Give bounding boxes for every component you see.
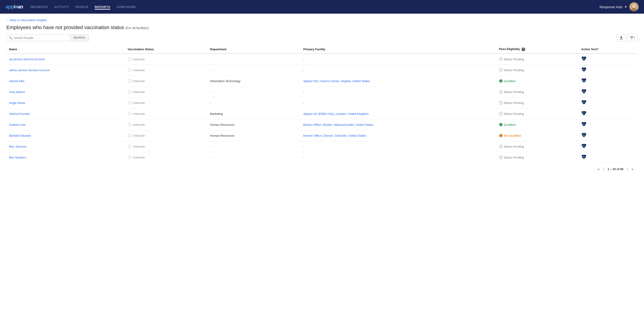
table-row: admin.service Service Account Unknown --…	[6, 65, 638, 75]
notqualified-icon: !	[499, 134, 503, 137]
navbar-left: appi■an INCIDENTS ACTIVITY PEOPLE REPORT…	[6, 4, 136, 10]
table-row: ad.service Service Account Unknown -- St…	[6, 54, 638, 65]
cell-vaccination-status: Unknown	[125, 75, 207, 86]
cell-active-test	[578, 65, 638, 75]
facility-link[interactable]: Appian HQ | Tysons Corner, Virginia, Uni…	[303, 79, 370, 83]
cell-name: Ben Sanders	[6, 152, 125, 163]
back-link[interactable]: ← Back to Vaccination Insights	[6, 18, 47, 22]
shield-icon	[128, 123, 131, 126]
cell-name: Aubree Cole	[6, 119, 125, 130]
cell-primary-facility: -	[300, 65, 496, 75]
name-link[interactable]: Beckett Eduardo	[9, 134, 31, 137]
shield-icon	[128, 134, 131, 137]
svg-text:!: !	[500, 134, 501, 137]
active-test-heart-icon	[581, 112, 587, 117]
shield-icon	[128, 156, 131, 159]
hub-name[interactable]: Response Hub	[600, 5, 622, 9]
cell-name: ad.service Service Account	[6, 54, 125, 65]
cell-department: -	[207, 86, 300, 97]
nav-people[interactable]: PEOPLE	[75, 4, 88, 9]
facility-link[interactable]: Appian UK (EMEA HQ) | London, United Kin…	[303, 112, 368, 115]
table-row: Ben Sanders Unknown -- Status Pending	[6, 152, 638, 163]
name-link[interactable]: Angie Stone	[9, 101, 25, 105]
nav-activity[interactable]: ACTIVITY	[54, 4, 69, 9]
shield-icon	[128, 145, 131, 148]
name-link[interactable]: Adonis Ellis	[9, 79, 24, 83]
cell-vaccination-status: Unknown	[125, 65, 207, 75]
hub-dropdown-icon[interactable]: ▾	[625, 5, 627, 9]
cell-primary-facility: -	[300, 141, 496, 152]
pending-icon	[499, 156, 503, 159]
qualified-icon	[499, 79, 503, 83]
cell-name: Athena Emmett	[6, 108, 125, 119]
col-name[interactable]: Name ↑	[6, 45, 125, 54]
name-link[interactable]: Ben Sanders	[9, 156, 26, 159]
table-row: Angie Stone Unknown -- Status Pending	[6, 97, 638, 108]
cell-active-test	[578, 86, 638, 97]
download-button[interactable]	[617, 34, 626, 41]
first-page-button[interactable]: «	[596, 167, 601, 172]
qualified-icon	[499, 123, 503, 126]
pass-eligibility-help-icon[interactable]: ?	[522, 47, 525, 51]
nav-reports[interactable]: REPORTS	[95, 4, 110, 9]
search-bar: 🔍 SEARCH ▾	[6, 34, 638, 41]
shield-icon	[128, 90, 131, 94]
sort-icon: ↑	[19, 48, 20, 51]
cell-active-test	[578, 119, 638, 130]
shield-icon	[128, 101, 131, 105]
pending-icon	[499, 57, 503, 61]
next-page-button[interactable]: ›	[625, 167, 629, 172]
cell-department: Marketing	[207, 108, 300, 119]
cell-active-test	[578, 130, 638, 141]
app-logo: appi■an	[6, 4, 23, 10]
search-button[interactable]: SEARCH	[70, 34, 89, 41]
name-link[interactable]: Athena Emmett	[9, 112, 30, 115]
name-link[interactable]: Ben Johnson	[9, 145, 26, 148]
facility-link[interactable]: Denver Office | Denver, Colorado, United…	[303, 134, 366, 137]
pending-icon	[499, 112, 503, 115]
cell-department: -	[207, 152, 300, 163]
pending-icon	[499, 145, 503, 148]
active-test-heart-icon	[581, 144, 587, 149]
active-test-heart-icon	[581, 90, 587, 95]
last-page-button[interactable]: »	[630, 167, 635, 172]
cell-name: Amy Adams	[6, 86, 125, 97]
active-test-heart-icon	[581, 79, 587, 84]
search-input[interactable]	[14, 36, 64, 39]
col-department: Department	[207, 45, 300, 54]
col-pass-eligibility: Pass Eligibility ?	[496, 45, 578, 54]
page-content: ← Back to Vaccination Insights Employees…	[0, 14, 644, 332]
cell-active-test	[578, 54, 638, 65]
filter-button[interactable]: ▾	[627, 34, 638, 41]
cell-primary-facility: -	[300, 86, 496, 97]
cell-department: -	[207, 97, 300, 108]
nav-configure[interactable]: CONFIGURE	[117, 4, 136, 9]
cell-active-test	[578, 75, 638, 86]
pagination-info: 1 – 10 of 92	[608, 167, 624, 171]
page-title: Employees who have not provided vaccinat…	[6, 24, 638, 30]
cell-active-test	[578, 152, 638, 163]
facility-link[interactable]: Boston Office | Boston, Massachusetts, U…	[303, 123, 373, 126]
active-test-heart-icon	[581, 57, 587, 62]
name-link[interactable]: Aubree Cole	[9, 123, 26, 126]
cell-vaccination-status: Unknown	[125, 97, 207, 108]
cell-name: Ben Johnson	[6, 141, 125, 152]
svg-rect-3	[620, 39, 623, 39]
cell-name: Adonis Ellis	[6, 75, 125, 86]
name-link[interactable]: admin.service Service Account	[9, 68, 50, 72]
cell-department: Information Technology	[207, 75, 300, 86]
search-left: 🔍 SEARCH	[6, 34, 89, 41]
nav-incidents[interactable]: INCIDENTS	[30, 4, 48, 9]
pagination: « ‹ 1 – 10 of 92 › »	[6, 163, 638, 175]
prev-page-button[interactable]: ‹	[602, 167, 606, 172]
cell-department: -	[207, 65, 300, 75]
shield-icon	[128, 57, 131, 61]
cell-vaccination-status: Unknown	[125, 86, 207, 97]
pending-icon	[499, 90, 503, 94]
cell-primary-facility: Appian HQ | Tysons Corner, Virginia, Uni…	[300, 75, 496, 86]
active-test-heart-icon	[581, 101, 587, 106]
name-link[interactable]: ad.service Service Account	[9, 57, 44, 61]
name-link[interactable]: Amy Adams	[9, 90, 25, 94]
shield-icon	[128, 112, 131, 115]
user-avatar[interactable]	[630, 2, 638, 11]
